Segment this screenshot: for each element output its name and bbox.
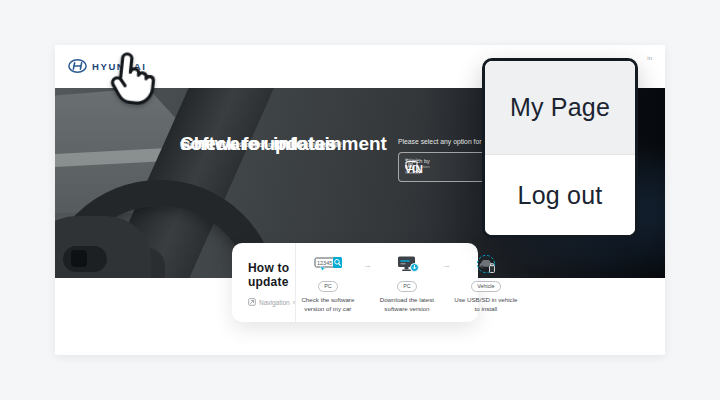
how-to-update-left: How to update Navigation › — [232, 243, 296, 322]
update-steps: 12345 PC Check the software version of m… — [296, 243, 518, 322]
step-caption: Check the software version of my car — [296, 295, 360, 314]
navigation-chevron: › — [293, 299, 295, 306]
menu-item-my-page[interactable]: My Page — [485, 61, 635, 155]
step-install-in-vehicle: Vehicle Use USB/SD in vehicle to install — [454, 254, 518, 314]
menu-item-log-out[interactable]: Log out — [485, 155, 635, 236]
hero-subtitle-line2: Please use your VIN to find and download… — [180, 140, 342, 151]
search-by-vin-card[interactable]: Search by VIN Vehicle Identification Num… — [398, 152, 492, 182]
step-caption: Download the latest software version — [375, 295, 439, 314]
svg-text:12345: 12345 — [317, 260, 332, 266]
hyundai-logo[interactable]: HYUNDAI — [68, 59, 146, 73]
car-usb-icon — [474, 254, 498, 274]
step-badge: PC — [397, 281, 417, 292]
navigation-icon — [248, 298, 256, 306]
step-badge: Vehicle — [471, 281, 500, 292]
step-badge: PC — [318, 281, 338, 292]
step-check-version: 12345 PC Check the software version of m… — [296, 254, 360, 314]
door-handle-inner-art — [71, 250, 87, 267]
how-to-update-card: How to update Navigation › 12345 — [232, 243, 478, 322]
step-arrow-icon: → — [363, 260, 372, 270]
hero-copy: Check for infotainment software updates … — [180, 132, 410, 140]
step-arrow-icon: → — [442, 260, 451, 270]
vin-code-label: VIN — [405, 164, 430, 175]
step-caption: Use USB/SD in vehicle to install — [454, 295, 518, 314]
navigation-link[interactable]: Navigation › — [248, 298, 295, 306]
step-download-software: PC Download the latest software version — [375, 254, 439, 314]
account-dropdown-popup: My Page Log out — [482, 58, 638, 238]
download-monitor-icon — [394, 255, 420, 274]
vin-card-text: Search by VIN Vehicle Identification Num… — [405, 157, 435, 177]
navigation-label: Navigation — [259, 299, 290, 306]
how-to-update-title: How to update — [248, 261, 295, 289]
search-version-icon: 12345 — [313, 255, 343, 273]
header-login-text-fragment[interactable]: in — [647, 55, 652, 61]
hyundai-wordmark: HYUNDAI — [92, 61, 146, 72]
hyundai-logo-icon — [68, 59, 87, 73]
